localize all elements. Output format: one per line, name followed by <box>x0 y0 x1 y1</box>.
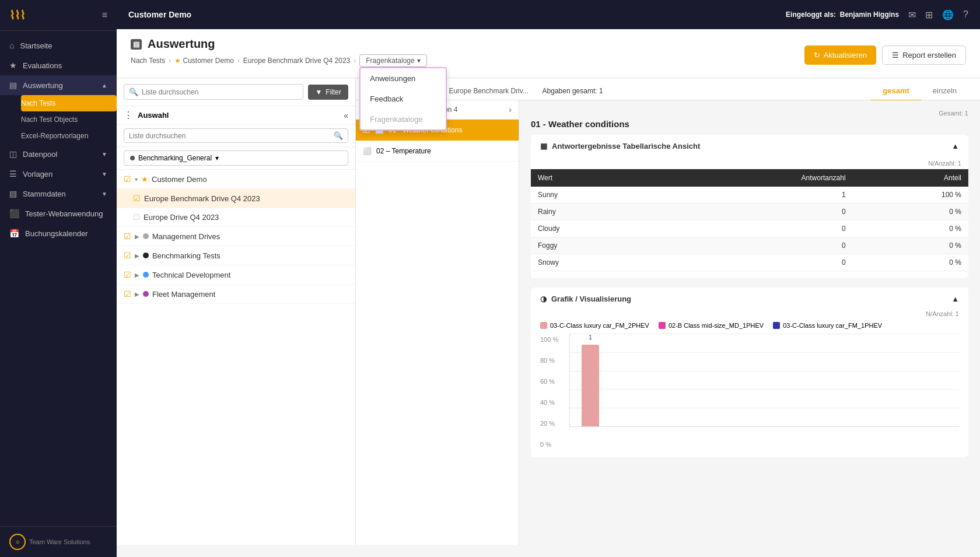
total-count: Gesamt: 1 <box>531 110 968 117</box>
tree-item-fleet-management[interactable]: ☑ ▶ Fleet Management <box>117 285 355 304</box>
breadcrumb-customer-demo[interactable]: ★ Customer Demo <box>174 57 234 65</box>
chart-section-header[interactable]: ◑ Grafik / Visualisierung ▲ <box>531 288 968 310</box>
page-header-top: ▤ Auswertung Nach Tests › ★ Customer Dem… <box>131 37 966 73</box>
sidebar-nav: ⌂ Startseite ★ Evaluations ▤ Auswertung … <box>0 31 117 526</box>
menu-toggle-icon[interactable]: ≡ <box>102 10 107 20</box>
sidebar-logo: ⌇⌇⌇ ≡ <box>0 0 117 31</box>
filter-button[interactable]: ▼ Filter <box>308 85 348 100</box>
globe-icon[interactable]: 🌐 <box>942 9 954 20</box>
fragenkataloge-dropdown-menu: Anweisungen Feedback Fragenkataloge <box>359 67 447 131</box>
sidebar: ⌇⌇⌇ ≡ ⌂ Startseite ★ Evaluations ▤ Auswe… <box>0 0 117 557</box>
checkbox-icon: ☑ <box>124 289 131 299</box>
tree-item-customer-demo[interactable]: ☑ ▾ ★ Customer Demo <box>117 170 355 189</box>
sidebar-item-tester-webanwendung[interactable]: ⬛ Tester-Webanwendung <box>0 204 117 223</box>
table-icon: ▦ <box>540 142 547 150</box>
logout-icon[interactable]: ⊞ <box>925 9 933 20</box>
chart-section-title: Grafik / Visualisierung <box>551 295 631 303</box>
left-panel-toolbar: 🔍 ▼ Filter <box>117 78 355 106</box>
tree-item-europe-drive[interactable]: ☐ Europe Drive Q4 2023 <box>117 208 355 227</box>
cell-percentage: 100 % <box>853 187 968 204</box>
cell-value: Foggy <box>531 237 653 254</box>
dots-menu-button[interactable]: ⋮ <box>124 110 133 121</box>
menu-item-fragenkataloge[interactable]: Fragenkataloge <box>360 109 446 129</box>
dot-indicator <box>143 233 149 239</box>
menu-item-feedback[interactable]: Feedback <box>360 89 446 109</box>
collapse-button[interactable]: « <box>344 111 348 120</box>
table-section-body: N/Anzahl: 1 Wert Antwortanzahl Anteil <box>531 157 968 278</box>
benchmarking-dropdown[interactable]: Benchmarking_General ▾ <box>124 150 348 166</box>
expand-icon: ▶ <box>135 272 139 278</box>
content-area: 🔍 ▼ Filter ⋮ Auswahl « 🔍 <box>117 78 980 545</box>
tab-einzeln[interactable]: einzeln <box>921 82 968 101</box>
footer-logo: ⊙ Team Ware Solutions <box>9 534 90 550</box>
tree-item-benchmarking-tests[interactable]: ☑ ▶ Benchmarking Tests <box>117 246 355 265</box>
checkbox-icon: ☑ <box>124 270 131 279</box>
template-icon: ☰ <box>9 169 17 178</box>
main-content: ▤ Auswertung Nach Tests › ★ Customer Dem… <box>117 29 980 557</box>
sidebar-item-stammdaten[interactable]: ▤ Stammdaten ▼ <box>0 184 117 204</box>
create-report-button[interactable]: ☰ Report erstellen <box>882 45 966 65</box>
table-row: Cloudy 0 0 % <box>531 220 968 237</box>
chart-bars-container: 1 <box>569 334 959 427</box>
sidebar-item-datenpool[interactable]: ◫ Datenpool ▼ <box>0 144 117 164</box>
q-item-temperature[interactable]: ⬜ 02 – Temperature <box>356 141 519 162</box>
chevron-down-icon: ▾ <box>215 154 219 162</box>
tree-item-management-drives[interactable]: ☑ ▶ Management Drives <box>117 227 355 246</box>
legend-label: 03-C-Class luxury car_FM_1PHEV <box>783 322 882 329</box>
tree-item-technical-development[interactable]: ☑ ▶ Technical Development <box>117 265 355 285</box>
mail-icon[interactable]: ✉ <box>908 9 916 20</box>
tree-search-box[interactable]: 🔍 <box>124 128 348 143</box>
breadcrumb-sep-0: › <box>169 57 171 65</box>
left-panel-header: ⋮ Auswahl « <box>117 106 355 125</box>
chart-icon: ▤ <box>9 80 17 90</box>
sidebar-item-auswertung[interactable]: ▤ Auswertung ▲ <box>0 75 117 95</box>
dropdown-row: Benchmarking_General ▾ <box>117 147 355 170</box>
checkbox-icon: ☑ <box>124 232 131 241</box>
table-section-header[interactable]: ▦ Antwortergebnisse Tabellarische Ansich… <box>531 135 968 157</box>
footer-logo-text: Team Ware Solutions <box>29 538 90 545</box>
refresh-button[interactable]: ↻ Aktualisieren <box>804 45 876 65</box>
search-icon: 🔍 <box>129 87 138 96</box>
tab-bar: gesamt einzeln <box>871 82 968 100</box>
sidebar-item-evaluations[interactable]: ★ Evaluations <box>0 55 117 75</box>
legend-color <box>540 322 547 329</box>
expand-icon: ▶ <box>135 291 139 297</box>
right-panel-top: Ergebnisse liegen vor für: Europe Benchm… <box>356 78 980 100</box>
breadcrumb-nach-tests[interactable]: Nach Tests <box>131 57 165 65</box>
sidebar-item-buchungskalender[interactable]: 📅 Buchungskalender <box>0 223 117 243</box>
right-panel: Ergebnisse liegen vor für: Europe Benchm… <box>356 78 980 545</box>
chart-area: 100 %80 %60 %40 %20 %0 % <box>531 334 968 450</box>
tree-search: 🔍 <box>117 125 355 147</box>
tree-search-input[interactable] <box>129 132 330 140</box>
checkbox-icon: ☑ <box>124 174 131 184</box>
chart-legend: 03-C-Class luxury car_FM_2PHEV02-B Class… <box>531 317 968 334</box>
cell-percentage: 0 % <box>853 254 968 271</box>
grid-line <box>570 352 959 353</box>
collapse-section-icon[interactable]: ▲ <box>951 142 959 150</box>
sidebar-item-startseite[interactable]: ⌂ Startseite <box>0 36 117 55</box>
next-page-button[interactable]: › <box>509 105 512 114</box>
help-icon[interactable]: ? <box>963 9 968 20</box>
cell-count: 0 <box>653 204 853 220</box>
tree-item-label: Benchmarking Tests <box>152 251 348 260</box>
sidebar-item-nach-test-objects[interactable]: Nach Test Objects <box>21 111 117 128</box>
star-icon: ★ <box>141 175 148 184</box>
breadcrumb-fragenkataloge-dropdown[interactable]: Fragenkataloge ▾ <box>359 54 426 67</box>
tab-gesamt[interactable]: gesamt <box>871 82 921 101</box>
question-title: 01 - Weather conditions <box>531 119 968 129</box>
sidebar-item-label: Auswertung <box>23 81 96 90</box>
sidebar-sub-label: Nach Tests <box>21 99 107 107</box>
sidebar-item-vorlagen[interactable]: ☰ Vorlagen ▼ <box>0 164 117 184</box>
collapse-chart-icon[interactable]: ▲ <box>951 295 959 303</box>
question-list-panel: ‹ Seite 1 von 4 › ☑ ⬜ 01 - Weather condi… <box>356 100 519 545</box>
menu-item-anweisungen[interactable]: Anweisungen <box>360 68 446 89</box>
expand-icon: ▾ <box>135 176 138 183</box>
sidebar-item-label: Datenpool <box>23 150 96 159</box>
breadcrumb-europe-benchmark[interactable]: Europe Benchmark Drive Q4 2023 <box>243 57 350 65</box>
logo-icon: ⌇⌇⌇ <box>9 8 25 22</box>
sidebar-item-excel-reportvorlagen[interactable]: Excel-Reportvorlagen <box>21 128 117 144</box>
sidebar-item-nach-tests[interactable]: Nach Tests <box>21 95 117 111</box>
main-search-input[interactable] <box>142 88 298 96</box>
main-search-box[interactable]: 🔍 <box>124 84 303 100</box>
tree-item-europe-benchmark[interactable]: ☑ Europe Benchmark Drive Q4 2023 <box>117 189 355 208</box>
